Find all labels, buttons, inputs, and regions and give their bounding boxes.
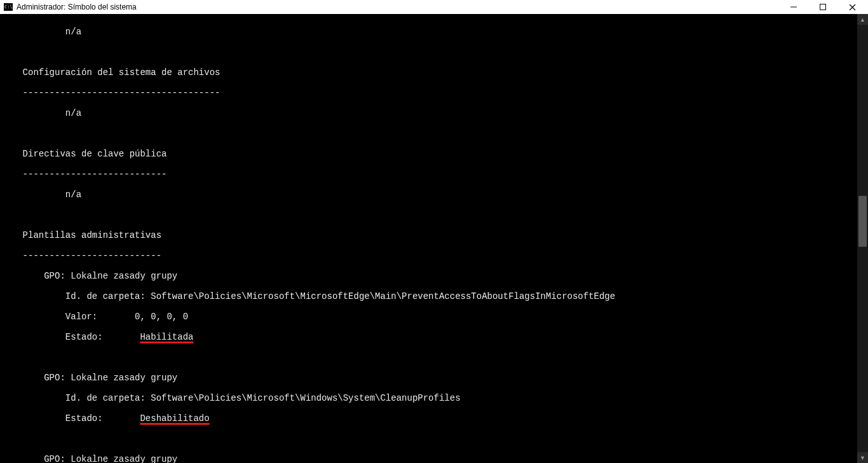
gpo-name: GPO: Lokalne zasady grupy xyxy=(44,373,177,383)
state-label: Estado: xyxy=(65,413,135,424)
vertical-scrollbar[interactable]: ▲ ▼ xyxy=(857,14,868,463)
folder-path: Software\Policies\Microsoft\Windows\Syst… xyxy=(151,393,460,403)
console-output[interactable]: n/a Configuración del sistema de archivo… xyxy=(0,14,857,463)
value-label: Valor: xyxy=(65,312,135,322)
indent xyxy=(1,27,65,37)
section-publickey: Directivas de clave pública xyxy=(1,149,857,159)
separator: --------------------------- xyxy=(1,169,857,179)
close-button[interactable] xyxy=(837,0,867,14)
window-titlebar: Administrador: Símbolo del sistema xyxy=(0,0,868,14)
state-disabled: Deshabilitado xyxy=(140,413,209,424)
folder-label: Id. de carpeta: xyxy=(65,291,151,301)
indent xyxy=(1,291,65,301)
indent xyxy=(1,312,65,322)
indent xyxy=(1,413,65,424)
gpo-name: GPO: Lokalne zasady grupy xyxy=(44,271,177,281)
separator: ------------------------------------- xyxy=(1,88,857,98)
scrollbar-track[interactable] xyxy=(857,25,868,452)
section-admintemplates: Plantillas administrativas xyxy=(1,230,857,240)
scrollbar-thumb[interactable] xyxy=(858,196,867,247)
minimize-button[interactable] xyxy=(779,0,808,14)
value: 0, 0, 0, 0 xyxy=(135,312,188,322)
section-filesystem: Configuración del sistema de archivos xyxy=(1,67,857,78)
console-area: n/a Configuración del sistema de archivo… xyxy=(0,14,868,463)
indent xyxy=(1,332,65,342)
state-label: Estado: xyxy=(65,332,135,342)
svg-rect-0 xyxy=(820,4,826,10)
cmd-icon xyxy=(4,3,13,11)
state-enabled: Habilitada xyxy=(140,332,193,342)
text-na: n/a xyxy=(65,190,81,200)
maximize-button[interactable] xyxy=(808,0,837,14)
gpo-name: GPO: Lokalne zasady grupy xyxy=(44,454,177,463)
text-na: n/a xyxy=(65,108,81,118)
separator: -------------------------- xyxy=(1,251,857,261)
scroll-down-icon[interactable]: ▼ xyxy=(857,452,868,463)
text-na: n/a xyxy=(65,27,81,37)
folder-label: Id. de carpeta: xyxy=(65,393,151,403)
scroll-up-icon[interactable]: ▲ xyxy=(857,14,868,25)
indent xyxy=(1,454,44,463)
indent xyxy=(1,373,44,383)
folder-path: Software\Policies\Microsoft\MicrosoftEdg… xyxy=(151,291,615,301)
indent xyxy=(1,190,65,200)
indent xyxy=(1,271,44,281)
indent xyxy=(1,108,65,118)
indent xyxy=(1,393,65,403)
window-title: Administrador: Símbolo del sistema xyxy=(17,3,137,11)
